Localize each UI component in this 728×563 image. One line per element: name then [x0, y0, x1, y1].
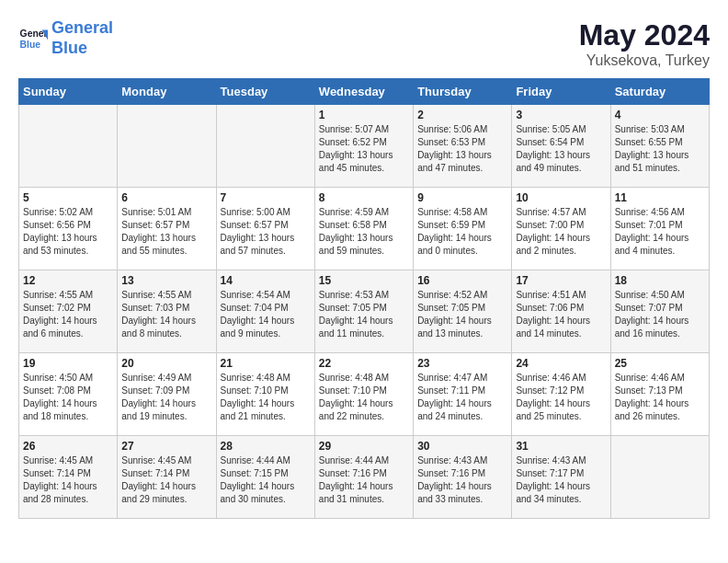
day-info: Sunrise: 4:53 AM Sunset: 7:05 PM Dayligh… — [319, 289, 409, 340]
col-monday: Monday — [118, 79, 216, 105]
cell-3-4: 15 Sunrise: 4:53 AM Sunset: 7:05 PM Dayl… — [314, 270, 413, 353]
day-number: 15 — [319, 274, 409, 287]
day-info: Sunrise: 5:05 AM Sunset: 6:54 PM Dayligh… — [516, 123, 606, 175]
day-number: 18 — [615, 274, 705, 287]
cell-5-7 — [610, 436, 709, 519]
day-info: Sunrise: 4:50 AM Sunset: 7:07 PM Dayligh… — [615, 289, 705, 340]
day-number: 3 — [516, 109, 606, 121]
week-row-3: 12 Sunrise: 4:55 AM Sunset: 7:02 PM Dayl… — [19, 270, 710, 353]
day-number: 9 — [417, 191, 507, 204]
cell-5-1: 26 Sunrise: 4:45 AM Sunset: 7:14 PM Dayl… — [19, 436, 118, 519]
day-info: Sunrise: 4:52 AM Sunset: 7:05 PM Dayligh… — [417, 289, 507, 340]
day-number: 10 — [516, 191, 606, 204]
cell-4-7: 25 Sunrise: 4:46 AM Sunset: 7:13 PM Dayl… — [610, 353, 709, 436]
day-info: Sunrise: 4:43 AM Sunset: 7:16 PM Dayligh… — [417, 454, 507, 506]
day-number: 25 — [615, 357, 705, 370]
svg-text:Blue: Blue — [20, 39, 41, 49]
header-row: Sunday Monday Tuesday Wednesday Thursday… — [19, 79, 710, 105]
day-number: 23 — [417, 357, 507, 370]
cell-4-1: 19 Sunrise: 4:50 AM Sunset: 7:08 PM Dayl… — [19, 353, 118, 436]
cell-3-5: 16 Sunrise: 4:52 AM Sunset: 7:05 PM Dayl… — [414, 270, 512, 353]
day-number: 28 — [221, 440, 311, 453]
day-number: 30 — [417, 440, 507, 453]
cell-1-1 — [19, 105, 118, 188]
title-block: May 2024 Yuksekova, Turkey — [579, 18, 710, 69]
day-number: 6 — [121, 191, 211, 204]
cell-3-3: 14 Sunrise: 4:54 AM Sunset: 7:04 PM Dayl… — [216, 270, 314, 353]
cell-4-4: 22 Sunrise: 4:48 AM Sunset: 7:10 PM Dayl… — [314, 353, 413, 436]
day-number: 8 — [319, 191, 409, 204]
day-number: 29 — [319, 440, 409, 453]
day-info: Sunrise: 4:44 AM Sunset: 7:15 PM Dayligh… — [221, 454, 311, 506]
day-number: 12 — [23, 274, 113, 287]
location: Yuksekova, Turkey — [579, 52, 710, 69]
day-info: Sunrise: 5:03 AM Sunset: 6:55 PM Dayligh… — [615, 123, 705, 175]
day-number: 7 — [221, 191, 311, 204]
day-info: Sunrise: 4:46 AM Sunset: 7:12 PM Dayligh… — [516, 372, 606, 423]
cell-2-6: 10 Sunrise: 4:57 AM Sunset: 7:00 PM Dayl… — [512, 188, 610, 270]
day-info: Sunrise: 4:55 AM Sunset: 7:03 PM Dayligh… — [121, 289, 211, 340]
day-number: 13 — [121, 274, 211, 287]
col-friday: Friday — [512, 79, 610, 105]
cell-1-4: 1 Sunrise: 5:07 AM Sunset: 6:52 PM Dayli… — [314, 105, 413, 188]
day-number: 17 — [516, 274, 606, 287]
cell-4-2: 20 Sunrise: 4:49 AM Sunset: 7:09 PM Dayl… — [118, 353, 216, 436]
day-number: 26 — [23, 440, 113, 453]
cell-2-3: 7 Sunrise: 5:00 AM Sunset: 6:57 PM Dayli… — [216, 188, 314, 270]
col-wednesday: Wednesday — [314, 79, 413, 105]
day-info: Sunrise: 5:07 AM Sunset: 6:52 PM Dayligh… — [319, 123, 409, 175]
month-year: May 2024 — [579, 18, 710, 52]
day-number: 1 — [319, 109, 409, 121]
day-number: 14 — [221, 274, 311, 287]
day-number: 4 — [615, 109, 705, 121]
day-info: Sunrise: 4:58 AM Sunset: 6:59 PM Dayligh… — [417, 206, 507, 258]
cell-5-5: 30 Sunrise: 4:43 AM Sunset: 7:16 PM Dayl… — [414, 436, 512, 519]
day-number: 24 — [516, 357, 606, 370]
cell-3-6: 17 Sunrise: 4:51 AM Sunset: 7:06 PM Dayl… — [512, 270, 610, 353]
cell-2-4: 8 Sunrise: 4:59 AM Sunset: 6:58 PM Dayli… — [314, 188, 413, 270]
day-number: 11 — [615, 191, 705, 204]
day-info: Sunrise: 5:00 AM Sunset: 6:57 PM Dayligh… — [221, 206, 311, 258]
day-info: Sunrise: 4:48 AM Sunset: 7:10 PM Dayligh… — [319, 372, 409, 423]
cell-2-5: 9 Sunrise: 4:58 AM Sunset: 6:59 PM Dayli… — [414, 188, 512, 270]
week-row-5: 26 Sunrise: 4:45 AM Sunset: 7:14 PM Dayl… — [19, 436, 710, 519]
cell-1-3 — [216, 105, 314, 188]
day-info: Sunrise: 4:45 AM Sunset: 7:14 PM Dayligh… — [121, 454, 211, 506]
calendar-table: Sunday Monday Tuesday Wednesday Thursday… — [18, 78, 710, 519]
col-thursday: Thursday — [414, 79, 512, 105]
day-number: 5 — [23, 191, 113, 204]
cell-1-2 — [118, 105, 216, 188]
day-info: Sunrise: 5:01 AM Sunset: 6:57 PM Dayligh… — [121, 206, 211, 258]
day-number: 27 — [121, 440, 211, 453]
day-info: Sunrise: 4:48 AM Sunset: 7:10 PM Dayligh… — [221, 372, 311, 423]
day-number: 22 — [319, 357, 409, 370]
cell-4-5: 23 Sunrise: 4:47 AM Sunset: 7:11 PM Dayl… — [414, 353, 512, 436]
day-number: 19 — [23, 357, 113, 370]
day-info: Sunrise: 4:49 AM Sunset: 7:09 PM Dayligh… — [121, 372, 211, 423]
cell-2-2: 6 Sunrise: 5:01 AM Sunset: 6:57 PM Dayli… — [118, 188, 216, 270]
logo: General Blue GeneralBlue — [18, 18, 113, 58]
cell-2-1: 5 Sunrise: 5:02 AM Sunset: 6:56 PM Dayli… — [19, 188, 118, 270]
logo-text: GeneralBlue — [51, 18, 113, 58]
col-tuesday: Tuesday — [216, 79, 314, 105]
cell-3-7: 18 Sunrise: 4:50 AM Sunset: 7:07 PM Dayl… — [610, 270, 709, 353]
day-number: 20 — [121, 357, 211, 370]
col-saturday: Saturday — [610, 79, 709, 105]
day-number: 16 — [417, 274, 507, 287]
day-info: Sunrise: 4:46 AM Sunset: 7:13 PM Dayligh… — [615, 372, 705, 423]
day-info: Sunrise: 4:44 AM Sunset: 7:16 PM Dayligh… — [319, 454, 409, 506]
cell-1-6: 3 Sunrise: 5:05 AM Sunset: 6:54 PM Dayli… — [512, 105, 610, 188]
day-info: Sunrise: 5:06 AM Sunset: 6:53 PM Dayligh… — [417, 123, 507, 175]
cell-5-3: 28 Sunrise: 4:44 AM Sunset: 7:15 PM Dayl… — [216, 436, 314, 519]
cell-4-3: 21 Sunrise: 4:48 AM Sunset: 7:10 PM Dayl… — [216, 353, 314, 436]
day-info: Sunrise: 4:56 AM Sunset: 7:01 PM Dayligh… — [615, 206, 705, 258]
cell-2-7: 11 Sunrise: 4:56 AM Sunset: 7:01 PM Dayl… — [610, 188, 709, 270]
cell-3-1: 12 Sunrise: 4:55 AM Sunset: 7:02 PM Dayl… — [19, 270, 118, 353]
day-info: Sunrise: 4:54 AM Sunset: 7:04 PM Dayligh… — [221, 289, 311, 340]
cell-4-6: 24 Sunrise: 4:46 AM Sunset: 7:12 PM Dayl… — [512, 353, 610, 436]
cell-5-4: 29 Sunrise: 4:44 AM Sunset: 7:16 PM Dayl… — [314, 436, 413, 519]
cell-1-7: 4 Sunrise: 5:03 AM Sunset: 6:55 PM Dayli… — [610, 105, 709, 188]
day-info: Sunrise: 5:02 AM Sunset: 6:56 PM Dayligh… — [23, 206, 113, 258]
week-row-2: 5 Sunrise: 5:02 AM Sunset: 6:56 PM Dayli… — [19, 188, 710, 270]
day-info: Sunrise: 4:51 AM Sunset: 7:06 PM Dayligh… — [516, 289, 606, 340]
